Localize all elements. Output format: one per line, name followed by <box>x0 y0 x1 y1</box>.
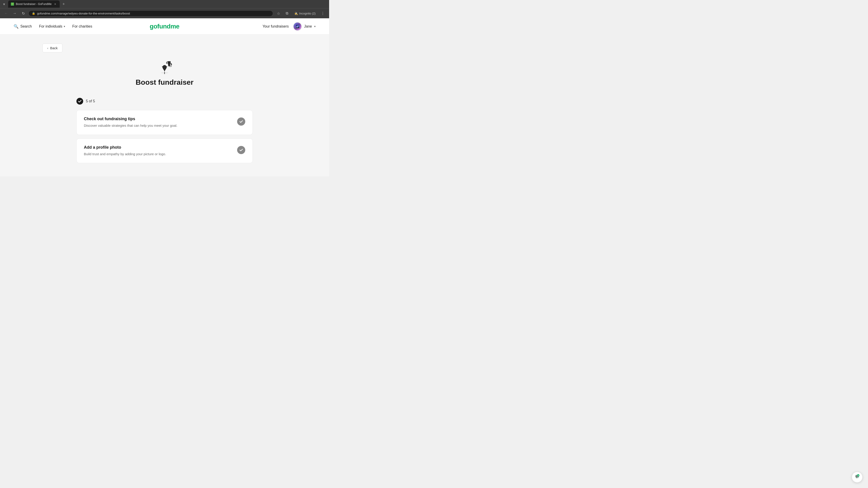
sidebar-button[interactable]: ⧉ <box>283 10 291 17</box>
address-bar[interactable]: 🔒 gofundme.com/manage/wdywu-donate-for-t… <box>29 10 273 17</box>
task-card-title: Check out fundraising tips <box>84 117 232 121</box>
browser-toolbar-right: ☆ ⧉ 🕵 Incognito (2) ⋮ <box>275 10 327 17</box>
new-tab-button[interactable]: + <box>61 1 67 7</box>
for-individuals-label: For individuals <box>39 24 62 29</box>
nav-for-individuals[interactable]: For individuals ▾ <box>39 24 65 29</box>
forward-nav-button[interactable]: → <box>11 10 18 17</box>
page-header: Boost fundraiser <box>42 59 287 87</box>
browser-menu-button[interactable]: ⋮ <box>319 10 327 17</box>
user-name: Jane <box>304 24 312 29</box>
task-card-description: Build trust and empathy by adding your p… <box>84 152 232 157</box>
back-nav-button[interactable]: ← <box>3 10 9 17</box>
avatar-initials: 🌌 <box>296 25 300 28</box>
main-content: ‹ Back <box>29 35 300 176</box>
browser-tab-bar: ▾ 🌱 Boost fundraiser - GoFundMe × + <box>0 0 329 8</box>
task-complete-icon <box>237 146 245 154</box>
refresh-button[interactable]: ↻ <box>20 10 27 17</box>
task-card-content: Check out fundraising tips Discover valu… <box>84 117 232 128</box>
tab-favicon: 🌱 <box>11 2 14 6</box>
progress-check-icon <box>76 98 83 105</box>
svg-point-3 <box>170 66 170 67</box>
task-card-title: Add a profile photo <box>84 145 232 150</box>
lock-icon: 🔒 <box>32 12 35 15</box>
tab-close-button[interactable]: × <box>53 2 57 6</box>
task-complete-icon <box>237 118 245 126</box>
boost-icon-svg <box>156 59 173 75</box>
back-chevron-icon: ‹ <box>47 46 49 50</box>
nav-search[interactable]: 🔍 Search <box>13 24 32 29</box>
page-content: 🔍 Search For individuals ▾ For charities… <box>0 18 329 176</box>
browser-toolbar: ← → ↻ 🔒 gofundme.com/manage/wdywu-donate… <box>0 8 329 18</box>
browser-tab-active[interactable]: 🌱 Boost fundraiser - GoFundMe × <box>8 0 60 8</box>
progress-indicator: 5 of 5 <box>76 98 253 105</box>
user-menu[interactable]: 🌌 Jane ▾ <box>293 22 315 31</box>
site-nav: 🔍 Search For individuals ▾ For charities… <box>0 18 329 35</box>
nav-logo[interactable]: gofundme <box>150 23 179 30</box>
address-bar-text: gofundme.com/manage/wdywu-donate-for-the… <box>37 12 270 15</box>
back-button-label: Back <box>50 46 58 50</box>
svg-point-2 <box>170 66 171 66</box>
svg-point-4 <box>171 66 172 67</box>
for-charities-label: For charities <box>72 24 92 29</box>
page-title: Boost fundraiser <box>135 78 193 87</box>
back-button[interactable]: ‹ Back <box>42 43 62 53</box>
boost-icon <box>156 59 173 75</box>
progress-text: 5 of 5 <box>86 99 95 103</box>
task-card-profile-photo[interactable]: Add a profile photo Build trust and empa… <box>76 138 253 163</box>
browser-chrome: ▾ 🌱 Boost fundraiser - GoFundMe × + ← → … <box>0 0 329 18</box>
task-card-content: Add a profile photo Build trust and empa… <box>84 145 232 157</box>
search-label: Search <box>20 24 32 29</box>
task-card-fundraising-tips[interactable]: Check out fundraising tips Discover valu… <box>76 110 253 135</box>
search-icon: 🔍 <box>13 24 19 29</box>
progress-section: 5 of 5 Check out fundraising tips Discov… <box>76 98 253 163</box>
chevron-down-icon: ▾ <box>64 25 65 28</box>
incognito-icon: 🕵 <box>294 12 298 15</box>
your-fundraisers-link[interactable]: Your fundraisers <box>262 24 289 29</box>
logo-text: gofundme <box>150 23 179 30</box>
avatar: 🌌 <box>293 22 302 31</box>
nav-right: Your fundraisers 🌌 Jane ▾ <box>262 22 315 31</box>
user-chevron-down-icon: ▾ <box>314 25 315 28</box>
incognito-label: Incognito (2) <box>299 12 315 15</box>
incognito-button[interactable]: 🕵 Incognito (2) <box>292 11 318 16</box>
browser-tab-nav: ▾ <box>2 1 6 7</box>
task-card-description: Discover valuable strategies that can he… <box>84 123 232 128</box>
tab-nav-dropdown[interactable]: ▾ <box>2 1 6 7</box>
nav-left: 🔍 Search For individuals ▾ For charities <box>13 24 92 29</box>
nav-for-charities[interactable]: For charities <box>72 24 92 29</box>
tab-title: Boost fundraiser - GoFundMe <box>16 2 52 6</box>
bookmark-button[interactable]: ☆ <box>275 10 282 17</box>
